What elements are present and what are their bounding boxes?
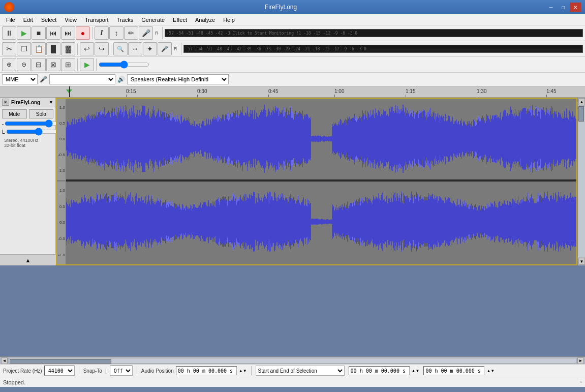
- tick-5: [406, 95, 406, 97]
- version-info: ▫: [580, 379, 582, 385]
- tick-2: [197, 95, 198, 97]
- tick-1: [126, 95, 127, 97]
- menu-select[interactable]: Select: [37, 16, 61, 24]
- snap-section: Snap-To | Off: [83, 366, 133, 376]
- level-row-1-text: -57 -54 -51 -48 -45 -42 -3 Click to Star…: [167, 31, 358, 36]
- selection-end-input[interactable]: [423, 366, 484, 375]
- zoom-fit-proj-button[interactable]: ⊠: [46, 58, 60, 71]
- silence-button[interactable]: ▓: [61, 42, 75, 55]
- project-rate-select[interactable]: 44100: [44, 366, 75, 376]
- waveform-scale-bottom: 1.0 0.5 0.0 -0.5 -1.0: [57, 182, 66, 264]
- status-div-1: [79, 366, 79, 375]
- copy-button[interactable]: ❐: [17, 42, 31, 55]
- timeline-mark-030: 0:30: [197, 88, 207, 94]
- mic-input-button[interactable]: 🎤: [139, 26, 153, 40]
- skip-forward-button[interactable]: ⏭: [61, 26, 75, 40]
- end-spinner[interactable]: ▲▼: [486, 369, 495, 373]
- audio-pos-input[interactable]: [176, 366, 237, 375]
- speed-slider[interactable]: [99, 61, 149, 68]
- zoom-toggle-button[interactable]: ⊞: [61, 58, 75, 71]
- horizontal-scrollbar[interactable]: ◄ ►: [0, 356, 585, 364]
- track-close-button[interactable]: ✕: [2, 99, 9, 106]
- scroll-thumb[interactable]: [578, 106, 584, 122]
- pause-button[interactable]: ⏸: [2, 26, 16, 40]
- scroll-down-button[interactable]: ▼: [578, 258, 585, 265]
- scroll-thumb-h[interactable]: [10, 359, 111, 364]
- waveform-container[interactable]: 1.0 0.5 0.0 -0.5 -1.0 1.0 0.5 0.0 -0.5 -…: [56, 98, 577, 265]
- separator-2: [162, 27, 163, 39]
- scroll-left-button[interactable]: ◄: [1, 357, 8, 364]
- input-device-select[interactable]: [49, 74, 115, 84]
- scroll-right-button[interactable]: ►: [577, 357, 584, 364]
- level-meters-2: -57 -54 -51 -48 -45 -42 -39 -36 -33 -30 …: [183, 45, 583, 53]
- maximize-button[interactable]: □: [558, 3, 569, 12]
- solo-button[interactable]: Solo: [29, 109, 54, 118]
- tick-4: [334, 95, 335, 97]
- undo-button[interactable]: ↩: [80, 42, 94, 55]
- vertical-scrollbar[interactable]: ▲ ▼: [577, 98, 585, 265]
- minimize-button[interactable]: ─: [545, 3, 557, 12]
- zoom-in-button[interactable]: ⊕: [2, 58, 16, 71]
- zoom-out-button[interactable]: ⊖: [17, 58, 31, 71]
- envelope-tool-button[interactable]: ↕: [109, 26, 124, 40]
- menu-view[interactable]: View: [60, 16, 81, 24]
- bottom-status-bar: Stopped. ▫: [0, 377, 585, 387]
- skip-back-button[interactable]: ⏮: [46, 26, 60, 40]
- project-rate-section: Project Rate (Hz) 44100: [3, 366, 75, 376]
- menu-file[interactable]: File: [2, 16, 19, 24]
- record-button[interactable]: ●: [76, 26, 90, 40]
- pan-row: L R: [2, 129, 53, 135]
- menu-edit[interactable]: Edit: [19, 16, 37, 24]
- start-spinner[interactable]: ▲▼: [412, 369, 420, 373]
- menu-effect[interactable]: Effect: [169, 16, 191, 24]
- mute-button[interactable]: Mute: [2, 109, 27, 118]
- snap-label: Snap-To: [83, 368, 102, 374]
- track-panel: ✕ FireFlyLong ▼ Mute Solo - + L R Stereo…: [0, 98, 56, 265]
- close-button[interactable]: ✕: [570, 3, 581, 12]
- cursor-line: [69, 86, 70, 97]
- draw-tool-button[interactable]: ✏: [124, 26, 138, 40]
- output-device-select[interactable]: Speakers (Realtek High Definiti: [127, 74, 229, 84]
- pos-spinner[interactable]: ▲▼: [239, 369, 247, 373]
- timeshift-tool-button[interactable]: ↔: [128, 42, 142, 55]
- zoom-fit-sel-button[interactable]: ⊟: [32, 58, 46, 71]
- scroll-up-button[interactable]: ▲: [578, 98, 585, 105]
- status-div-2: [137, 366, 137, 375]
- menu-analyze[interactable]: Analyze: [191, 16, 219, 24]
- trim-button[interactable]: ▐▌: [46, 42, 60, 55]
- audio-pos-section: Audio Position ▲▼: [141, 366, 247, 375]
- mute-solo-row: Mute Solo: [2, 109, 53, 118]
- menu-generate[interactable]: Generate: [137, 16, 169, 24]
- bottom-area: [0, 265, 585, 356]
- track-dropdown-button[interactable]: ▼: [49, 100, 53, 105]
- selection-tool-button[interactable]: I: [95, 26, 109, 40]
- track-controls: Mute Solo - + L R Stereo, 44100Hz 32-bit…: [0, 107, 55, 151]
- selection-section: Start and End of Selection: [256, 366, 345, 376]
- gain-minus-label: -: [2, 121, 4, 127]
- selection-type-select[interactable]: Start and End of Selection: [256, 366, 345, 376]
- stop-button[interactable]: ■: [32, 26, 46, 40]
- menu-help[interactable]: Help: [219, 16, 239, 24]
- zoom-tool-button[interactable]: 🔍: [113, 42, 128, 55]
- selection-start-input[interactable]: [349, 366, 410, 375]
- paste-button[interactable]: 📋: [32, 42, 46, 55]
- tick-3: [268, 95, 269, 97]
- timeline[interactable]: 0:15 0:30 0:45 1:00 1:15 1:30 1:45: [0, 86, 585, 98]
- mic-output-button[interactable]: 🎤: [158, 42, 172, 55]
- snap-select[interactable]: Off: [110, 366, 133, 376]
- multi-tool-button[interactable]: ✦: [143, 42, 157, 55]
- timeline-mark-130: 1:30: [477, 88, 486, 94]
- gain-row: - +: [2, 120, 53, 127]
- play-speed-button[interactable]: ▶: [80, 58, 94, 71]
- api-select[interactable]: MME: [2, 74, 38, 84]
- play-button[interactable]: ▶: [17, 26, 31, 40]
- menu-tracks[interactable]: Tracks: [113, 16, 138, 24]
- redo-button[interactable]: ↪: [95, 42, 109, 55]
- scale-bot-5: -1.0: [57, 253, 65, 257]
- mic-icon: 🎤: [40, 76, 47, 83]
- track-collapse-button[interactable]: ▲: [0, 254, 56, 265]
- menu-transport[interactable]: Transport: [81, 16, 113, 24]
- track-info: Stereo, 44100Hz 32-bit float: [2, 137, 53, 149]
- window-controls: ─ □ ✕: [545, 3, 581, 12]
- cut-button[interactable]: ✂: [2, 42, 16, 55]
